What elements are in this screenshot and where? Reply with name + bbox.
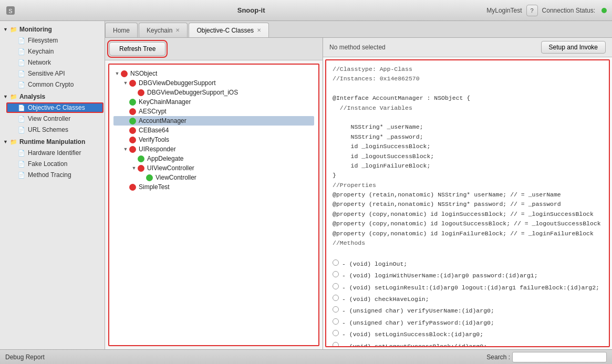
method-radio-2[interactable] (333, 283, 339, 289)
method-line-3[interactable]: - (void) checkHaveLogin; (333, 293, 603, 305)
search-input[interactable] (512, 352, 607, 362)
tree-container[interactable]: ▼ NSObject ▼ DBGViewDebuggerSupport (108, 64, 319, 346)
bottom-bar: Debug Report Search : (0, 349, 612, 364)
dot-uiresponder (129, 146, 136, 153)
expand-nsobject[interactable]: ▼ (113, 71, 121, 76)
method-text-4: - (unsigned char) verifyUserName:(id)arg… (342, 306, 494, 316)
tree-node-appdelegate[interactable]: ▶ AppDelegate (113, 154, 314, 163)
sidebar-item-method-tracing[interactable]: 📄 Method Tracing (6, 170, 103, 180)
tree-node-cebase64[interactable]: ▶ CEBase64 (113, 126, 314, 135)
method-line-0[interactable]: - (void) loginOut; (333, 258, 603, 269)
titlebar-right: MyLoginTest ? Connection Status: (486, 5, 607, 16)
runtime-label: Runtime Manipulation (19, 138, 85, 145)
method-line-6[interactable]: - (void) setLoginSuccessBlock:(id)arg0; (333, 328, 603, 340)
expand-keychainmgr: ▶ (122, 99, 129, 105)
connection-label: Connection Status: (542, 7, 595, 14)
tree-node-uiresponder[interactable]: ▼ UIResponder (113, 144, 314, 154)
code-line-username: NSString* _userName; (333, 122, 603, 132)
method-line-1[interactable]: - (void) loginWithUserName:(id)arg0 pass… (333, 269, 603, 281)
expand-dbgview[interactable]: ▼ (122, 80, 129, 86)
label-uiviewcontroller: UIViewController (147, 164, 194, 172)
tree-node-simpletest[interactable]: ▶ SimpleTest (113, 182, 314, 192)
sidebar-group-monitoring[interactable]: ▼ 📁 Monitoring (0, 24, 105, 35)
sidebar-item-fake-location[interactable]: 📄 Fake Location (6, 159, 103, 169)
code-line-blank1 (333, 84, 603, 93)
expand-uiviewcontroller[interactable]: ▼ (130, 165, 138, 171)
method-radio-1[interactable] (333, 271, 339, 277)
tab-objc-classes[interactable]: Objective-C Classes ✕ (189, 23, 269, 37)
code-line-loginfailure: id _loginFailureBlock; (333, 161, 603, 171)
sidebar-group-runtime[interactable]: ▼ 📁 Runtime Manipulation (0, 137, 105, 147)
common-crypto-icon: 📄 (18, 81, 25, 88)
sidebar-item-objc-classes[interactable]: 📄 Objective-C Classes (6, 102, 103, 113)
method-text-2: - (void) setLoginResult:(id)arg0 logout:… (342, 283, 599, 293)
tree-node-aescrypt[interactable]: ▶ AESCrypt (113, 107, 314, 116)
code-line-methods-comment: //Methods (333, 238, 603, 248)
sidebar-item-hardware-id[interactable]: 📄 Hardware Identifier (6, 148, 103, 158)
analysis-arrow: ▼ (3, 94, 8, 99)
dot-viewcontroller (146, 174, 153, 181)
method-radio-5[interactable] (333, 318, 339, 325)
setup-invoke-button[interactable]: Setup and Invoke (541, 41, 606, 54)
sidebar-item-url-schemes[interactable]: 📄 URL Schemes (6, 124, 103, 135)
analysis-items: 📄 Objective-C Classes 📄 View Controller … (0, 102, 105, 135)
tree-toolbar: Refresh Tree (105, 38, 323, 60)
code-line-prop-username: @property (retain,nonatomic) NSString* u… (333, 190, 603, 200)
sidebar-item-filesystem[interactable]: 📄 Filesystem (6, 35, 103, 46)
method-text-5: - (unsigned char) verifyPassword:(id)arg… (342, 318, 494, 328)
method-radio-7[interactable] (333, 342, 339, 347)
code-line-prop-password: @property (retain,nonatomic) NSString* p… (333, 200, 603, 209)
tree-node-nsobject[interactable]: ▼ NSObject (113, 69, 314, 78)
refresh-tree-button[interactable]: Refresh Tree (109, 42, 165, 56)
sidebar-item-network[interactable]: 📄 Network (6, 57, 103, 68)
tree-node-uiviewcontroller[interactable]: ▼ UIViewController (113, 163, 314, 173)
url-schemes-icon: 📄 (18, 127, 25, 133)
sidebar-section-monitoring: ▼ 📁 Monitoring 📄 Filesystem 📄 Keychain 📄… (0, 24, 105, 90)
label-verifytools: VerifyTools (139, 136, 169, 143)
tree-node-verifytools[interactable]: ▶ VerifyTools (113, 135, 314, 144)
monitoring-arrow: ▼ (3, 27, 8, 32)
method-radio-3[interactable] (333, 295, 339, 301)
main-panel: Refresh Tree ▼ NSObject ▼ (105, 38, 612, 349)
tab-objc-close[interactable]: ✕ (257, 27, 261, 33)
method-radio-4[interactable] (333, 306, 339, 313)
expand-dbgview-ios[interactable]: ▶ (130, 90, 138, 95)
profile-name: MyLoginTest (486, 7, 522, 14)
dot-nsobject (121, 70, 128, 77)
method-radio-6[interactable] (333, 330, 339, 336)
method-line-4[interactable]: - (unsigned char) verifyUserName:(id)arg… (333, 305, 603, 316)
method-text-7: - (void) setLogoutSuccessBlock:(id)arg0; (342, 342, 487, 347)
expand-uiresponder[interactable]: ▼ (122, 147, 129, 152)
tree-node-dbgview[interactable]: ▼ DBGViewDebuggerSupport (113, 78, 314, 88)
tab-keychain[interactable]: Keychain ✕ (139, 23, 188, 37)
method-text-3: - (void) checkHaveLogin; (342, 295, 429, 304)
sidebar-item-sensitive-api[interactable]: 📄 Sensitive API (6, 68, 103, 79)
keychain-icon: 📄 (18, 48, 25, 55)
sidebar-item-keychain[interactable]: 📄 Keychain (6, 46, 103, 57)
tab-objc-label: Objective-C Classes (196, 27, 254, 34)
app-logo: S (5, 5, 16, 16)
sensitive-api-icon: 📄 (18, 70, 25, 77)
tab-keychain-close[interactable]: ✕ (175, 27, 180, 33)
tree-node-dbgview-ios[interactable]: ▶ DBGViewDebuggerSupport_iOS (113, 88, 314, 97)
method-line-7[interactable]: - (void) setLogoutSuccessBlock:(id)arg0; (333, 340, 603, 347)
tab-keychain-label: Keychain (147, 27, 172, 34)
tree-node-accountmgr[interactable]: ▶ AccountManager (113, 116, 314, 126)
method-radio-0[interactable] (333, 259, 339, 266)
method-line-2[interactable]: - (void) setLoginResult:(id)arg0 logout:… (333, 282, 603, 293)
tab-home[interactable]: Home (105, 23, 138, 37)
dot-accountmgr (129, 118, 136, 124)
tree-node-keychainmgr[interactable]: ▶ KeyChainManager (113, 97, 314, 107)
method-text-1: - (void) loginWithUserName:(id)arg0 pass… (342, 271, 538, 280)
dot-dbgview (129, 80, 136, 87)
tree-node-viewcontroller[interactable]: ▶ ViewController (113, 173, 314, 182)
help-button[interactable]: ? (526, 5, 538, 16)
code-content[interactable]: //Classtype: App-Class //Instances: 0x14… (325, 59, 610, 347)
sidebar-item-common-crypto[interactable]: 📄 Common Crypto (6, 79, 103, 90)
sidebar-item-view-controller[interactable]: 📄 View Controller (6, 113, 103, 124)
label-keychainmgr: KeyChainManager (139, 98, 191, 106)
titlebar: S Snoop-it MyLoginTest ? Connection Stat… (0, 0, 612, 21)
main-area: ▼ 📁 Monitoring 📄 Filesystem 📄 Keychain 📄… (0, 21, 612, 349)
sidebar-group-analysis[interactable]: ▼ 📁 Analysis (0, 91, 105, 102)
method-line-5[interactable]: - (unsigned char) verifyPassword:(id)arg… (333, 317, 603, 328)
